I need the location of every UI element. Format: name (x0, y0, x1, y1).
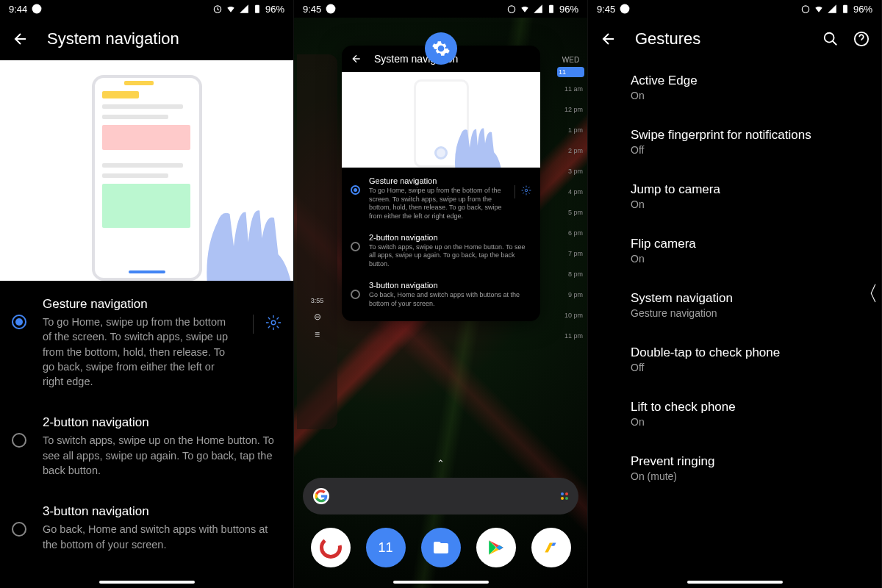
svg-rect-6 (549, 5, 553, 13)
svg-point-0 (32, 4, 42, 14)
gesture-settings-button[interactable] (253, 315, 282, 334)
music-player-sliver: 3:55 ⊖ ≡ (297, 297, 337, 347)
page-title: Gestures (635, 29, 700, 49)
radio-icon[interactable] (12, 315, 26, 329)
calendar-hour: 9 pm (554, 284, 587, 305)
recents-card-previous[interactable] (297, 54, 337, 429)
option-title: Gesture navigation (369, 176, 506, 185)
battery-icon (840, 4, 850, 14)
mini-option-2button[interactable]: 2-button navigation To switch apps, swip… (342, 227, 540, 275)
battery-icon (252, 4, 262, 14)
home-indicator[interactable] (687, 581, 783, 584)
dock-area: ⌃ 11 (294, 455, 587, 588)
google-search-bar[interactable] (303, 478, 578, 514)
option-3-button-navigation[interactable]: 3-button navigation Go back, Home and sw… (0, 491, 293, 565)
dock-app-calendar[interactable]: 11 (366, 528, 406, 567)
search-icon[interactable] (822, 31, 839, 47)
mini-gear-button[interactable] (514, 185, 531, 198)
calendar-hour: 12 pm (554, 99, 587, 120)
option-title: 2-button navigation (43, 415, 282, 430)
calendar-hour: 6 pm (554, 223, 587, 243)
dock-app-ccleaner[interactable] (311, 528, 351, 567)
dock-app-play-store[interactable] (476, 528, 516, 567)
nav-options-list: Gesture navigation To go Home, swipe up … (0, 281, 293, 568)
list-item[interactable]: Active EdgeOn (600, 60, 870, 115)
radio-icon[interactable] (12, 433, 26, 448)
list-item-title: Jump to camera (631, 182, 839, 197)
svg-rect-11 (843, 5, 847, 13)
screen-system-navigation: 9:44 96% System navigation (0, 0, 294, 588)
option-desc: Go back, Home and switch apps with butto… (43, 522, 282, 552)
option-desc: Go back, Home and switch apps with butto… (369, 291, 531, 308)
back-icon[interactable] (12, 30, 29, 48)
option-2-button-navigation[interactable]: 2-button navigation To switch apps, swip… (0, 402, 293, 491)
calendar-hour: 1 pm (554, 120, 587, 140)
gestures-list: Active EdgeOnSwipe fingerprint for notif… (588, 60, 881, 495)
calendar-hour: 2 pm (554, 140, 587, 161)
alarm-icon (506, 4, 517, 14)
list-item[interactable]: Flip cameraOn (600, 223, 870, 278)
hand-illustration (430, 90, 518, 168)
back-icon[interactable] (351, 53, 362, 65)
list-item[interactable]: Jump to cameraOn (600, 169, 870, 223)
page-header: System navigation (0, 18, 293, 60)
calendar-day-label: WED (554, 54, 587, 65)
list-item[interactable]: Prevent ringingOn (mute) (600, 441, 870, 495)
option-desc: To switch apps, swipe up on the Home but… (369, 243, 531, 269)
radio-icon[interactable] (12, 522, 26, 537)
list-item[interactable]: Lift to check phoneOn (600, 387, 870, 441)
signal-icon (239, 4, 249, 14)
back-icon[interactable] (600, 30, 617, 48)
assistant-icon[interactable] (561, 492, 568, 500)
list-item-sub: On (631, 90, 839, 101)
list-item-sub: On (631, 416, 839, 428)
mini-illustration (342, 72, 540, 168)
option-desc: To go Home, swipe up from the bottom of … (43, 315, 231, 389)
svg-point-5 (508, 6, 514, 12)
recents-card-current[interactable]: System navigation Gesture navigation To … (342, 46, 540, 321)
list-item-sub: Gesture navigation (631, 307, 839, 319)
calendar-hour: 4 pm (554, 182, 587, 202)
skip-back-icon[interactable]: ⊖ (297, 312, 337, 322)
radio-icon (351, 242, 360, 251)
svg-point-10 (802, 6, 808, 12)
list-item-sub: Off (631, 144, 839, 156)
svg-point-7 (525, 189, 528, 192)
list-item-title: Active Edge (631, 74, 839, 88)
list-item-sub: On (631, 198, 839, 210)
signal-icon (533, 4, 543, 14)
mini-options: Gesture navigation To go Home, swipe up … (342, 168, 540, 321)
edge-back-gesture-icon[interactable]: 〈 (858, 280, 878, 308)
chevron-up-icon[interactable]: ⌃ (303, 455, 578, 472)
app-icon-settings[interactable] (425, 32, 457, 65)
list-item-title: Double-tap to check phone (631, 345, 839, 360)
dock-app-files[interactable] (421, 528, 461, 567)
home-indicator[interactable] (99, 581, 195, 584)
option-desc: To go Home, swipe up from the bottom of … (369, 187, 506, 221)
calendar-hour: 10 pm (554, 305, 587, 326)
mini-option-gesture[interactable]: Gesture navigation To go Home, swipe up … (342, 171, 540, 227)
calendar-date: 11 (378, 540, 392, 556)
list-item-title: Swipe fingerprint for notifications (631, 128, 839, 143)
help-icon[interactable] (853, 31, 870, 47)
spotify-icon (326, 4, 336, 14)
dock-app-adsense[interactable] (531, 528, 571, 567)
list-item[interactable]: System navigationGesture navigation (600, 278, 870, 332)
list-item-title: Prevent ringing (631, 454, 839, 469)
calendar-hour: 5 pm (554, 202, 587, 223)
radio-icon (351, 290, 360, 299)
battery-pct: 96% (559, 4, 578, 15)
list-item-title: Flip camera (631, 237, 839, 251)
list-item[interactable]: Swipe fingerprint for notificationsOff (600, 115, 870, 169)
calendar-hour: 11 pm (554, 326, 587, 346)
alarm-icon (212, 4, 223, 14)
option-gesture-navigation[interactable]: Gesture navigation To go Home, swipe up … (0, 284, 293, 402)
calendar-hour: 8 pm (554, 264, 587, 284)
mini-option-3button[interactable]: 3-button navigation Go back, Home and sw… (342, 275, 540, 314)
wifi-icon (814, 4, 824, 14)
signal-icon (827, 4, 837, 14)
gear-icon (265, 315, 282, 331)
battery-icon (546, 4, 556, 14)
menu-icon[interactable]: ≡ (297, 329, 337, 340)
list-item[interactable]: Double-tap to check phoneOff (600, 332, 870, 387)
